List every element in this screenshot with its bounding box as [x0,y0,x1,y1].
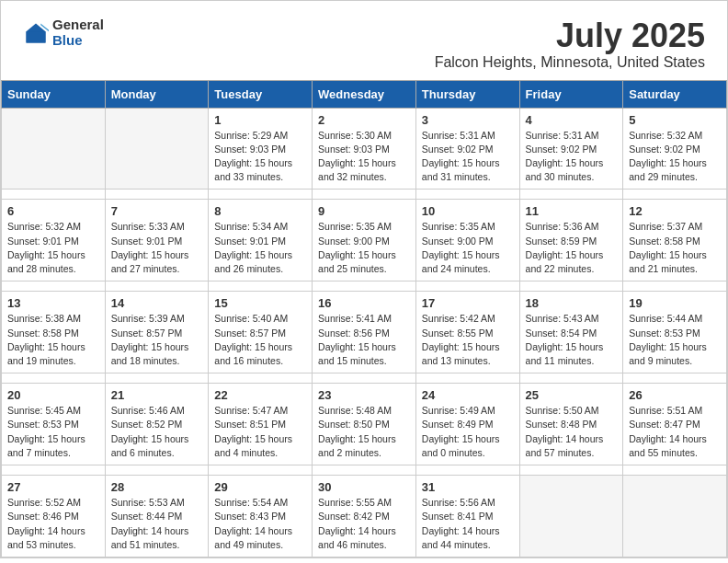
calendar-week-row: 20Sunrise: 5:45 AM Sunset: 8:53 PM Dayli… [2,384,727,465]
logo-general-text: General [52,17,104,33]
calendar-day-cell: 30Sunrise: 5:55 AM Sunset: 8:42 PM Dayli… [313,476,416,557]
day-info: Sunrise: 5:35 AM Sunset: 9:00 PM Dayligh… [318,220,410,276]
weekday-header-wednesday: Wednesday [313,80,416,108]
header: General Blue July 2025 Falcon Heights, M… [1,1,727,80]
calendar-day-cell: 6Sunrise: 5:32 AM Sunset: 9:01 PM Daylig… [2,200,106,282]
logo-text: General Blue [52,17,104,48]
day-info: Sunrise: 5:45 AM Sunset: 8:53 PM Dayligh… [7,404,99,460]
calendar-day-cell: 8Sunrise: 5:34 AM Sunset: 9:01 PM Daylig… [209,200,313,282]
calendar-week-row: 1Sunrise: 5:29 AM Sunset: 9:03 PM Daylig… [2,108,727,190]
calendar-day-cell: 13Sunrise: 5:38 AM Sunset: 8:58 PM Dayli… [2,292,106,373]
day-info: Sunrise: 5:37 AM Sunset: 8:58 PM Dayligh… [629,220,721,276]
calendar-day-cell: 31Sunrise: 5:56 AM Sunset: 8:41 PM Dayli… [415,476,519,557]
day-number: 30 [318,480,410,494]
day-number: 26 [629,388,721,402]
calendar-day-cell: 5Sunrise: 5:32 AM Sunset: 9:02 PM Daylig… [623,108,727,190]
day-info: Sunrise: 5:48 AM Sunset: 8:50 PM Dayligh… [318,404,410,460]
calendar-day-cell [623,476,727,557]
day-number: 27 [7,480,99,494]
day-info: Sunrise: 5:35 AM Sunset: 9:00 PM Dayligh… [422,220,514,276]
calendar-week-row: 6Sunrise: 5:32 AM Sunset: 9:01 PM Daylig… [2,200,727,282]
weekday-header-tuesday: Tuesday [209,80,313,108]
day-number: 15 [214,296,306,310]
calendar-day-cell: 29Sunrise: 5:54 AM Sunset: 8:43 PM Dayli… [209,476,313,557]
day-number: 1 [214,113,306,127]
day-info: Sunrise: 5:31 AM Sunset: 9:02 PM Dayligh… [422,129,514,185]
calendar-day-cell: 21Sunrise: 5:46 AM Sunset: 8:52 PM Dayli… [105,384,209,465]
calendar-day-cell: 4Sunrise: 5:31 AM Sunset: 9:02 PM Daylig… [519,108,623,190]
calendar-day-cell: 1Sunrise: 5:29 AM Sunset: 9:03 PM Daylig… [209,108,313,190]
day-info: Sunrise: 5:55 AM Sunset: 8:42 PM Dayligh… [318,496,410,552]
day-info: Sunrise: 5:31 AM Sunset: 9:02 PM Dayligh… [526,129,618,185]
day-number: 21 [111,388,203,402]
calendar-day-cell: 25Sunrise: 5:50 AM Sunset: 8:48 PM Dayli… [519,384,623,465]
day-info: Sunrise: 5:44 AM Sunset: 8:53 PM Dayligh… [629,312,721,368]
day-info: Sunrise: 5:32 AM Sunset: 9:01 PM Dayligh… [7,220,99,276]
day-number: 8 [214,204,306,218]
calendar-day-cell: 23Sunrise: 5:48 AM Sunset: 8:50 PM Dayli… [313,384,416,465]
calendar-day-cell: 19Sunrise: 5:44 AM Sunset: 8:53 PM Dayli… [623,292,727,373]
calendar-day-cell: 7Sunrise: 5:33 AM Sunset: 9:01 PM Daylig… [105,200,209,282]
day-info: Sunrise: 5:30 AM Sunset: 9:03 PM Dayligh… [318,129,410,185]
day-info: Sunrise: 5:36 AM Sunset: 8:59 PM Dayligh… [526,220,618,276]
day-number: 14 [111,296,203,310]
day-number: 24 [422,388,514,402]
day-info: Sunrise: 5:52 AM Sunset: 8:46 PM Dayligh… [7,496,99,552]
calendar-day-cell: 27Sunrise: 5:52 AM Sunset: 8:46 PM Dayli… [2,476,106,557]
weekday-header-row: SundayMondayTuesdayWednesdayThursdayFrid… [2,80,727,108]
day-number: 6 [7,204,99,218]
day-number: 3 [422,113,514,127]
day-number: 2 [318,113,410,127]
day-info: Sunrise: 5:51 AM Sunset: 8:47 PM Dayligh… [629,404,721,460]
day-number: 20 [7,388,99,402]
day-info: Sunrise: 5:56 AM Sunset: 8:41 PM Dayligh… [422,496,514,552]
calendar-day-cell: 20Sunrise: 5:45 AM Sunset: 8:53 PM Dayli… [2,384,106,465]
calendar-day-cell [105,108,209,190]
calendar-day-cell: 11Sunrise: 5:36 AM Sunset: 8:59 PM Dayli… [519,200,623,282]
weekday-header-saturday: Saturday [623,80,727,108]
logo-blue-text: Blue [52,33,104,49]
logo-icon [23,20,49,46]
calendar-day-cell: 12Sunrise: 5:37 AM Sunset: 8:58 PM Dayli… [623,200,727,282]
calendar-table: SundayMondayTuesdayWednesdayThursdayFrid… [1,80,727,557]
weekday-header-thursday: Thursday [415,80,519,108]
calendar-day-cell [2,108,106,190]
day-number: 23 [318,388,410,402]
day-info: Sunrise: 5:50 AM Sunset: 8:48 PM Dayligh… [526,404,618,460]
calendar-day-cell: 24Sunrise: 5:49 AM Sunset: 8:49 PM Dayli… [415,384,519,465]
day-number: 18 [526,296,618,310]
day-number: 9 [318,204,410,218]
day-info: Sunrise: 5:49 AM Sunset: 8:49 PM Dayligh… [422,404,514,460]
title-block: July 2025 Falcon Heights, Minnesota, Uni… [435,17,705,71]
day-info: Sunrise: 5:32 AM Sunset: 9:02 PM Dayligh… [629,129,721,185]
day-info: Sunrise: 5:47 AM Sunset: 8:51 PM Dayligh… [214,404,306,460]
calendar-day-cell: 14Sunrise: 5:39 AM Sunset: 8:57 PM Dayli… [105,292,209,373]
day-info: Sunrise: 5:39 AM Sunset: 8:57 PM Dayligh… [111,312,203,368]
calendar-page: General Blue July 2025 Falcon Heights, M… [0,0,728,558]
day-number: 10 [422,204,514,218]
calendar-day-cell: 9Sunrise: 5:35 AM Sunset: 9:00 PM Daylig… [313,200,416,282]
week-spacer-row [2,373,727,384]
week-spacer-row [2,465,727,476]
calendar-title: July 2025 [435,17,705,54]
calendar-day-cell: 17Sunrise: 5:42 AM Sunset: 8:55 PM Dayli… [415,292,519,373]
day-number: 29 [214,480,306,494]
calendar-day-cell: 28Sunrise: 5:53 AM Sunset: 8:44 PM Dayli… [105,476,209,557]
day-info: Sunrise: 5:42 AM Sunset: 8:55 PM Dayligh… [422,312,514,368]
day-info: Sunrise: 5:43 AM Sunset: 8:54 PM Dayligh… [526,312,618,368]
calendar-week-row: 13Sunrise: 5:38 AM Sunset: 8:58 PM Dayli… [2,292,727,373]
day-number: 16 [318,296,410,310]
calendar-day-cell: 18Sunrise: 5:43 AM Sunset: 8:54 PM Dayli… [519,292,623,373]
day-number: 19 [629,296,721,310]
day-number: 12 [629,204,721,218]
day-number: 7 [111,204,203,218]
weekday-header-monday: Monday [105,80,209,108]
weekday-header-friday: Friday [519,80,623,108]
day-info: Sunrise: 5:38 AM Sunset: 8:58 PM Dayligh… [7,312,99,368]
calendar-day-cell: 10Sunrise: 5:35 AM Sunset: 9:00 PM Dayli… [415,200,519,282]
day-number: 11 [526,204,618,218]
day-info: Sunrise: 5:34 AM Sunset: 9:01 PM Dayligh… [214,220,306,276]
day-number: 28 [111,480,203,494]
week-spacer-row [2,190,727,200]
day-info: Sunrise: 5:40 AM Sunset: 8:57 PM Dayligh… [214,312,306,368]
